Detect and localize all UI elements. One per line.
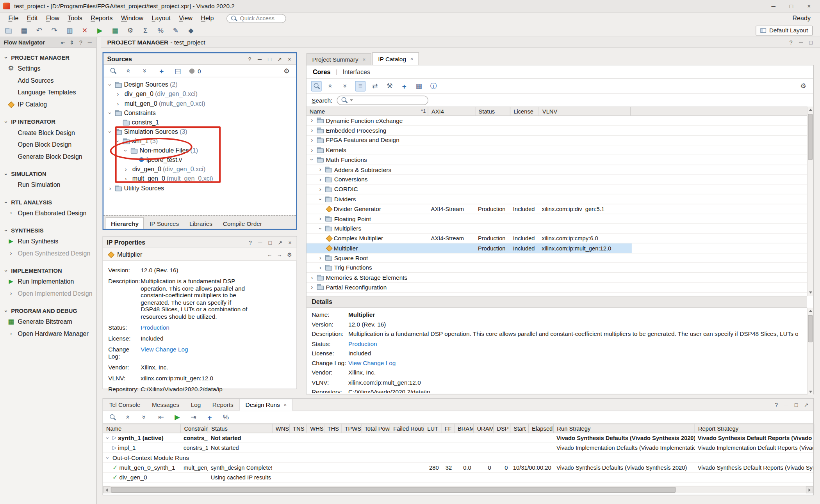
minimize-button[interactable]: ─ (766, 1, 781, 11)
sources-tab-libraries[interactable]: Libraries (185, 218, 217, 229)
menu-view[interactable]: View (175, 13, 197, 23)
flow-item-generate-bitstream[interactable]: ▦Generate Bitstream (0, 316, 96, 328)
column-header-ths[interactable]: THS (324, 424, 341, 433)
collapse-button[interactable]: « (125, 66, 134, 75)
source-item-constraints[interactable]: ›Constraints (103, 108, 296, 117)
scroll-up-icon[interactable] (808, 308, 814, 314)
maximize-button[interactable]: □ (793, 402, 799, 408)
flow-item-open-implemented-design[interactable]: ›Open Implemented Design (0, 287, 96, 300)
menu-edit[interactable]: Edit (23, 13, 42, 23)
menu-window[interactable]: Window (117, 13, 148, 23)
column-header-run-strategy[interactable]: Run Strategy (554, 424, 695, 433)
source-item-div-gen-0[interactable]: ›div_gen_0 (div_gen_0.xci) (103, 89, 296, 99)
catalog-row-math-functions[interactable]: ›Math Functions (307, 155, 807, 165)
add-button[interactable]: + (205, 412, 214, 422)
menu-help[interactable]: Help (197, 13, 218, 23)
float-button[interactable]: ↗ (803, 402, 809, 408)
view-change-log-link[interactable]: View Change Log (141, 346, 188, 360)
flow-section-header-synthesis[interactable]: ›SYNTHESIS (0, 226, 96, 235)
expander-icon[interactable]: › (105, 454, 111, 461)
column-header-total-power[interactable]: Total Power (361, 424, 390, 433)
expand-button[interactable]: » (140, 412, 150, 422)
expander-icon[interactable]: › (309, 157, 315, 163)
flow-section-header-project-manager[interactable]: ›PROJECT MANAGER (0, 53, 96, 62)
info-button[interactable]: ⓘ (428, 81, 439, 91)
scrollbar-thumb[interactable] (111, 487, 676, 493)
search-button[interactable] (311, 81, 322, 91)
expander-icon[interactable]: › (107, 128, 113, 135)
source-item-constrs-1[interactable]: ›constrs_1 (103, 117, 296, 127)
search-button[interactable] (108, 66, 118, 75)
expander-icon[interactable]: › (317, 225, 323, 232)
copy-button[interactable]: ▥ (65, 26, 74, 35)
flow-item-open-synthesized-design[interactable]: ›Open Synthesized Design (0, 247, 96, 259)
minimize-button[interactable]: ─ (798, 39, 804, 45)
run-button[interactable]: ▶ (173, 412, 182, 422)
source-item-mult-gen-0[interactable]: ›mult_gen_0 (mult_gen_0.xci) (103, 174, 296, 183)
source-item-design-sources[interactable]: ›Design Sources (2) (103, 80, 296, 89)
production-link[interactable]: Production (348, 341, 377, 347)
close-tab-icon[interactable]: × (362, 57, 365, 62)
flow-section-header-program-and-debug[interactable]: ›PROGRAM AND DEBUG (0, 306, 96, 316)
column-header-constraints[interactable]: Constraints (181, 424, 208, 433)
scroll-button[interactable]: ▤ (173, 66, 182, 75)
filter-badge[interactable]: 0 (189, 66, 201, 75)
menu-tools[interactable]: Tools (64, 13, 87, 23)
run-row-impl-1[interactable]: ▷impl_1constrs_1Not startedVivado Implem… (103, 443, 813, 453)
column-header-lut[interactable]: LUT (424, 424, 441, 433)
updown-button[interactable]: ⇕ (69, 39, 75, 45)
column-header-status[interactable]: Status (208, 424, 273, 433)
expander-icon[interactable]: › (317, 216, 324, 222)
flow-item-add-sources[interactable]: Add Sources (0, 74, 96, 86)
source-item-div-gen-0[interactable]: ›div_gen_0 (div_gen_0.xci) (103, 165, 296, 174)
delete-button[interactable]: ✕ (80, 26, 89, 35)
float-button[interactable]: ↗ (277, 239, 283, 245)
table-button[interactable]: ▦ (414, 81, 424, 91)
menu-layout[interactable]: Layout (148, 13, 175, 23)
expander-icon[interactable]: › (122, 167, 129, 172)
flow-item-run-synthesis[interactable]: ▶Run Synthesis (0, 235, 96, 247)
sources-tab-ip-sources[interactable]: IP Sources (145, 218, 184, 229)
run-row-div-gen-0[interactable]: ✓div_gen_0Using cached IP results (103, 473, 813, 483)
flow-section-header-rtl-analysis[interactable]: ›RTL ANALYSIS (0, 197, 96, 207)
minimize-button[interactable]: ─ (783, 402, 789, 408)
expander-icon[interactable]: › (308, 147, 315, 153)
flow-item-open-elaborated-design[interactable]: ›Open Elaborated Design (0, 207, 96, 219)
transfer-button[interactable]: ⇄ (370, 81, 380, 91)
scroll-down-icon[interactable] (808, 389, 814, 395)
catalog-row-memories-storage-elements[interactable]: ›Memories & Storage Elements (307, 273, 807, 282)
column-header-report-strategy[interactable]: Report Strategy (695, 424, 814, 433)
expander-icon[interactable]: › (107, 185, 113, 191)
settings-button[interactable]: ⚙ (125, 26, 135, 35)
menu-flow[interactable]: Flow (42, 13, 63, 23)
column-header-start[interactable]: Start (510, 424, 529, 433)
flow-section-header-simulation[interactable]: ›SIMULATION (0, 169, 96, 179)
close-tab-icon[interactable]: × (283, 402, 287, 408)
flow-item-settings[interactable]: ⚙Settings (0, 62, 96, 74)
source-item-mult-gen-0[interactable]: ›mult_gen_0 (mult_gen_0.xci) (103, 99, 296, 108)
sources-tab-hierarchy[interactable]: Hierarchy (106, 217, 144, 229)
expand-button[interactable]: » (141, 66, 150, 75)
edit-button[interactable]: ✎ (171, 26, 180, 35)
catalog-search-input[interactable] (337, 95, 428, 105)
expander-icon[interactable]: › (317, 167, 324, 173)
flow-item-open-hardware-manager[interactable]: ›Open Hardware Manager (0, 328, 96, 340)
catalog-row-partial-reconfiguration[interactable]: ›Partial Reconfiguration (307, 283, 807, 293)
quick-access-search[interactable]: Quick Access (226, 14, 286, 23)
tab-ip-catalog[interactable]: IP Catalog× (373, 52, 419, 65)
expander-icon[interactable]: › (308, 275, 315, 280)
tree-button[interactable]: ≡ (355, 81, 365, 91)
details-scrollbar[interactable] (807, 308, 813, 395)
minimize-button[interactable]: ─ (257, 56, 263, 62)
catalog-row-conversions[interactable]: ›Conversions (307, 175, 807, 185)
tab-messages[interactable]: Messages (147, 399, 185, 410)
maximize-button[interactable]: □ (783, 1, 799, 11)
column-header-dsp[interactable]: DSP (494, 424, 510, 433)
sources-tab-compile-order[interactable]: Compile Order (218, 218, 267, 229)
column-header-license[interactable]: License (510, 107, 539, 115)
subtab-interfaces[interactable]: Interfaces (342, 68, 370, 76)
expander-icon[interactable]: › (105, 435, 111, 441)
minimize-button[interactable]: ─ (87, 39, 93, 45)
column-header-axi4[interactable]: AXI4 (428, 107, 476, 115)
flow-item-ip-catalog[interactable]: IP Catalog (0, 98, 96, 110)
